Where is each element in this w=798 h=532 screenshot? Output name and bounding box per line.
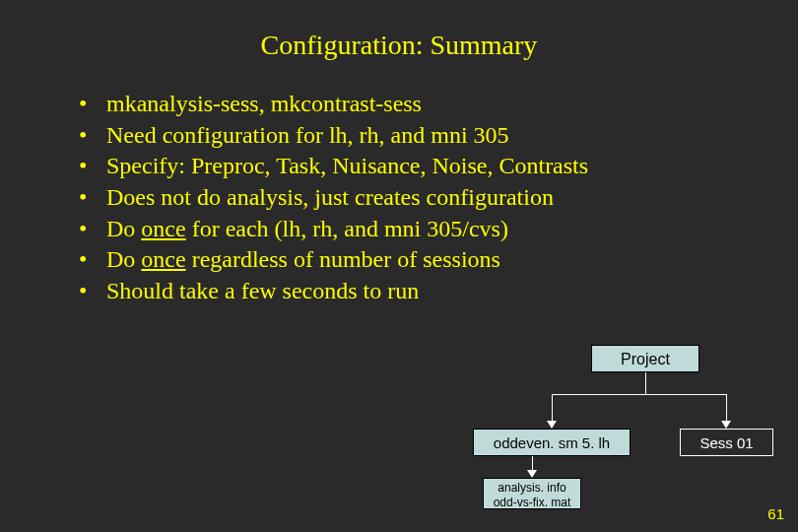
bullet-text: Do once for each (lh, rh, and mni 305/cv…	[106, 214, 508, 245]
bullet-dot: •	[79, 276, 106, 307]
bullet-dot: •	[79, 182, 106, 214]
bullet-dot: •	[79, 89, 106, 120]
bullet-item: • Does not do analysis, just creates con…	[79, 182, 759, 214]
bullet-dot: •	[79, 214, 106, 245]
connector-line	[645, 372, 646, 394]
bullet-dot: •	[79, 244, 106, 276]
arrow-down-icon	[721, 421, 731, 429]
bullet-dot: •	[79, 120, 106, 152]
connector-line	[552, 394, 553, 421]
bullet-item: • Do once for each (lh, rh, and mni 305/…	[79, 214, 759, 245]
slide-number: 61	[767, 505, 784, 522]
bullet-item: • Should take a few seconds to run	[79, 276, 759, 307]
hierarchy-diagram: Project oddeven. sm 5. lh Sess 01 analys…	[453, 345, 788, 512]
connector-line	[726, 394, 727, 421]
bullet-item: • Specify: Preproc, Task, Nuisance, Nois…	[79, 151, 759, 182]
node-project: Project	[591, 345, 699, 372]
node-sess: Sess 01	[680, 429, 773, 456]
node-oddeven: oddeven. sm 5. lh	[473, 429, 631, 456]
bullet-list: • mkanalysis-sess, mkcontrast-sess • Nee…	[0, 89, 798, 307]
bullet-item: • mkanalysis-sess, mkcontrast-sess	[79, 89, 759, 120]
files-line2: odd-vs-fix. mat	[484, 496, 580, 510]
bullet-item: • Need configuration for lh, rh, and mni…	[79, 120, 759, 152]
bullet-dot: •	[79, 151, 106, 182]
bullet-text: mkanalysis-sess, mkcontrast-sess	[106, 89, 422, 120]
bullet-text: Need configuration for lh, rh, and mni 3…	[106, 120, 509, 152]
connector-line	[552, 394, 727, 395]
bullet-text: Should take a few seconds to run	[106, 276, 419, 307]
connector-line	[532, 456, 533, 470]
arrow-down-icon	[547, 421, 557, 429]
bullet-text: Does not do analysis, just creates confi…	[106, 182, 554, 214]
bullet-item: • Do once regardless of number of sessio…	[79, 244, 759, 276]
files-line1: analysis. info	[484, 481, 580, 496]
node-files: analysis. info odd-vs-fix. mat	[483, 478, 581, 509]
arrow-down-icon	[527, 470, 537, 478]
bullet-text: Specify: Preproc, Task, Nuisance, Noise,…	[106, 151, 588, 182]
slide-title: Configuration: Summary	[0, 0, 798, 89]
bullet-text: Do once regardless of number of sessions	[106, 244, 500, 276]
